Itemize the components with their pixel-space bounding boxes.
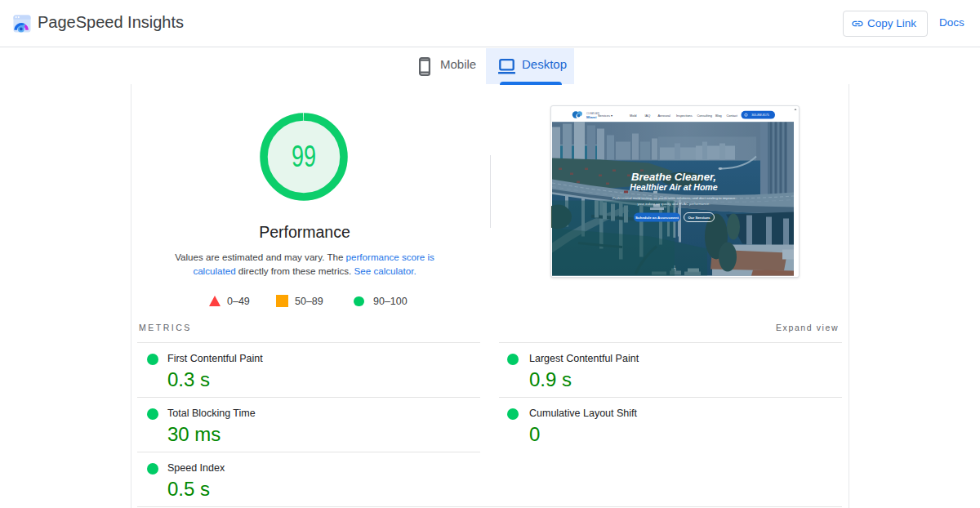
- svg-text:Our Services: Our Services: [688, 216, 710, 220]
- svg-text:Services ▾: Services ▾: [598, 114, 612, 118]
- svg-text:IAQ: IAQ: [645, 114, 651, 118]
- svg-text:↓: ↓: [673, 264, 676, 270]
- svg-text:Breathe Cleaner,: Breathe Cleaner,: [631, 171, 716, 183]
- svg-text:305-8W-8175: 305-8W-8175: [751, 114, 769, 117]
- svg-text:Mold: Mold: [630, 114, 636, 118]
- svg-text:Inspections: Inspections: [676, 114, 693, 118]
- svg-text:Healthier Air at Home: Healthier Air at Home: [630, 182, 717, 192]
- svg-text:Blog: Blog: [715, 114, 722, 118]
- svg-text:Schedule an Assessment: Schedule an Assessment: [635, 216, 679, 220]
- svg-text:Miami: Miami: [586, 115, 596, 119]
- svg-text:your indoor air quality and HV: your indoor air quality and HVAC perform…: [638, 202, 710, 206]
- svg-text:Consulting: Consulting: [697, 114, 712, 118]
- svg-text:Aeroseal: Aeroseal: [658, 114, 670, 118]
- svg-text:Contact: Contact: [727, 114, 738, 118]
- svg-text:99: 99: [292, 140, 316, 173]
- svg-text:Professional mold testing, air: Professional mold testing, air purificat…: [612, 196, 736, 200]
